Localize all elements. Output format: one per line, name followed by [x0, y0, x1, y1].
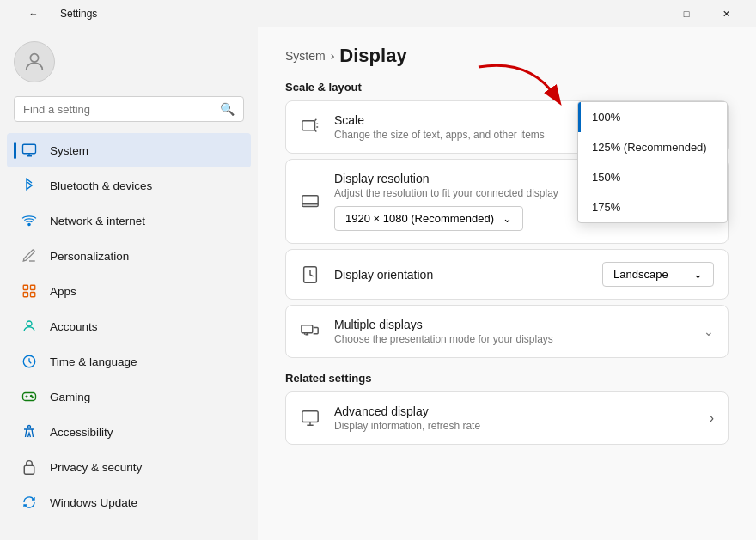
- search-input[interactable]: [23, 103, 213, 116]
- svg-rect-16: [302, 195, 318, 206]
- multiple-displays-row[interactable]: Multiple displays Choose the presentatio…: [286, 306, 728, 357]
- maximize-button[interactable]: □: [667, 0, 706, 27]
- close-button[interactable]: ✕: [706, 0, 746, 27]
- advanced-display-card[interactable]: Advanced display Display information, re…: [285, 391, 729, 445]
- resolution-value: 1920 × 1080 (Recommended): [345, 212, 494, 225]
- titlebar: ← Settings — □ ✕: [0, 0, 756, 27]
- svg-rect-5: [23, 293, 27, 297]
- advanced-display-text: Advanced display Display information, re…: [334, 404, 696, 432]
- svg-rect-1: [23, 144, 36, 154]
- sidebar-item-label: System: [50, 144, 88, 157]
- svg-point-11: [32, 397, 34, 398]
- apps-icon: [21, 282, 38, 300]
- advanced-display-row[interactable]: Advanced display Display information, re…: [286, 392, 728, 444]
- sidebar-item-accounts[interactable]: Accounts: [7, 309, 251, 343]
- accessibility-icon: [21, 423, 38, 440]
- active-indicator: [14, 142, 16, 159]
- gaming-icon: [21, 388, 38, 405]
- svg-rect-13: [24, 465, 34, 474]
- orientation-chevron: ⌄: [693, 268, 703, 281]
- svg-rect-9: [23, 393, 36, 401]
- orientation-text: Display orientation: [334, 268, 588, 282]
- scale-option-100[interactable]: 100%: [578, 102, 727, 132]
- search-box[interactable]: 🔍: [14, 96, 244, 122]
- back-button[interactable]: ←: [14, 0, 53, 27]
- bluetooth-icon: [21, 177, 38, 194]
- sidebar-item-system[interactable]: System: [7, 133, 251, 167]
- resolution-dropdown[interactable]: 1920 × 1080 (Recommended) ⌄: [334, 206, 523, 231]
- multiple-displays-text: Multiple displays Choose the presentatio…: [334, 318, 690, 345]
- resolution-chevron: ⌄: [503, 212, 512, 225]
- sidebar-item-personalization[interactable]: Personalization: [7, 239, 251, 273]
- scale-option-label: 125% (Recommended): [592, 141, 707, 154]
- accounts-icon: [21, 318, 38, 335]
- sidebar-item-label: Windows Update: [50, 496, 137, 509]
- back-icon: ←: [29, 9, 39, 19]
- privacy-icon: [21, 458, 38, 476]
- sidebar-item-label: Gaming: [50, 391, 90, 403]
- multiple-displays-icon: [300, 321, 320, 342]
- multiple-displays-chevron: ⌄: [704, 325, 714, 338]
- breadcrumb: System › Display: [285, 45, 729, 67]
- app-body: 🔍 System B: [0, 27, 756, 540]
- svg-point-2: [28, 223, 30, 225]
- sidebar-item-label: Personalization: [50, 250, 129, 263]
- main-content: System › Display Scale & layout Scale Ch…: [258, 27, 756, 540]
- sidebar-item-apps[interactable]: Apps: [7, 274, 251, 308]
- system-icon: [21, 142, 38, 159]
- section-label-related: Related settings: [285, 372, 729, 385]
- orientation-value: Landscape: [613, 268, 668, 281]
- sidebar-item-accessibility[interactable]: Accessibility: [7, 415, 251, 449]
- sidebar-item-network[interactable]: Network & internet: [7, 203, 251, 238]
- svg-rect-3: [23, 285, 27, 289]
- svg-rect-18: [302, 325, 313, 333]
- sidebar-item-label: Accounts: [50, 320, 98, 333]
- network-icon: [21, 212, 38, 229]
- scale-card: Scale Change the size of text, apps, and…: [285, 100, 729, 154]
- avatar: [14, 41, 55, 82]
- orientation-icon: [300, 264, 320, 285]
- sidebar-item-label: Privacy & security: [50, 461, 142, 474]
- time-icon: [21, 353, 38, 370]
- multiple-displays-title: Multiple displays: [334, 318, 690, 331]
- sidebar-item-label: Apps: [50, 285, 76, 298]
- scale-option-125[interactable]: 125% (Recommended): [578, 132, 727, 162]
- resolution-icon: [300, 191, 320, 212]
- scale-option-175[interactable]: 175%: [578, 192, 727, 222]
- minimize-button[interactable]: —: [627, 0, 667, 27]
- scale-option-label: 175%: [592, 201, 620, 214]
- sidebar-item-bluetooth[interactable]: Bluetooth & devices: [7, 168, 251, 203]
- svg-point-0: [30, 54, 38, 62]
- svg-rect-14: [302, 121, 315, 130]
- orientation-dropdown[interactable]: Landscape ⌄: [602, 262, 714, 287]
- svg-point-12: [28, 426, 31, 428]
- page-title: Display: [339, 45, 406, 67]
- multiple-displays-card: Multiple displays Choose the presentatio…: [285, 305, 729, 358]
- orientation-card: Display orientation Landscape ⌄: [285, 249, 729, 300]
- advanced-display-chevron: ›: [710, 410, 714, 426]
- scale-dropdown[interactable]: 100% 125% (Recommended) 150% 175%: [577, 101, 728, 223]
- scale-option-label: 150%: [592, 171, 620, 184]
- section-label-scale: Scale & layout: [285, 81, 729, 94]
- orientation-title: Display orientation: [334, 268, 588, 282]
- scale-icon: [300, 117, 320, 137]
- breadcrumb-sep: ›: [331, 49, 335, 63]
- sidebar: 🔍 System B: [0, 27, 258, 540]
- sidebar-item-label: Time & language: [50, 355, 137, 368]
- sidebar-item-update[interactable]: Windows Update: [7, 485, 251, 519]
- sidebar-item-time[interactable]: Time & language: [7, 344, 251, 379]
- advanced-display-title: Advanced display: [334, 404, 696, 418]
- search-icon: 🔍: [220, 102, 235, 116]
- app-title: Settings: [60, 8, 97, 20]
- search-container: 🔍: [0, 93, 258, 132]
- titlebar-left: ← Settings: [14, 0, 97, 27]
- sidebar-item-privacy[interactable]: Privacy & security: [7, 450, 251, 484]
- breadcrumb-parent: System: [285, 49, 326, 63]
- multiple-displays-desc: Choose the presentation mode for your di…: [334, 333, 690, 345]
- sidebar-item-gaming[interactable]: Gaming: [7, 379, 251, 414]
- scale-option-150[interactable]: 150%: [578, 162, 727, 192]
- svg-rect-4: [31, 285, 35, 289]
- update-icon: [21, 494, 38, 511]
- svg-rect-19: [302, 411, 318, 422]
- sidebar-nav: System Bluetooth & devices: [0, 132, 258, 520]
